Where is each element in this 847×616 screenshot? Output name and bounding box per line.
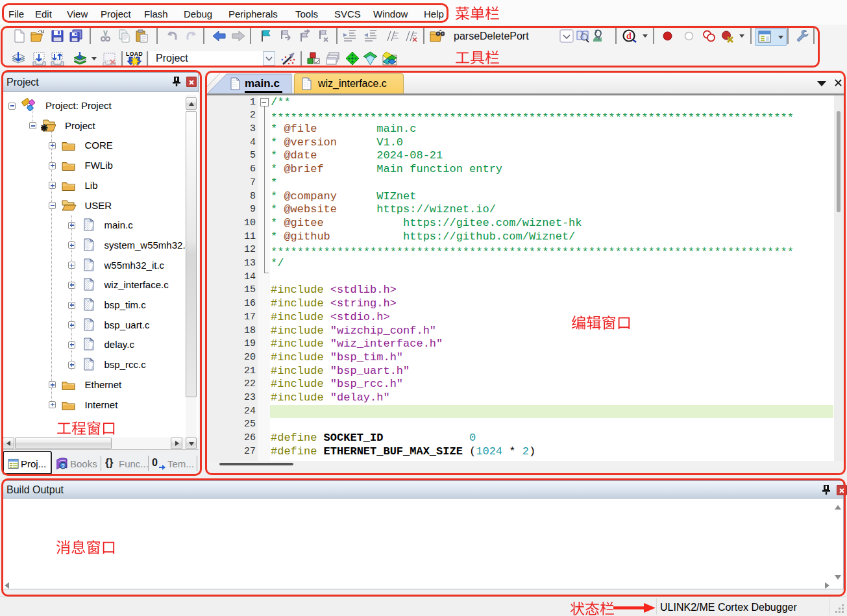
svg-text:d: d — [626, 31, 632, 41]
svg-text:?: ? — [61, 463, 64, 469]
svg-text:❋: ❋ — [41, 123, 48, 132]
